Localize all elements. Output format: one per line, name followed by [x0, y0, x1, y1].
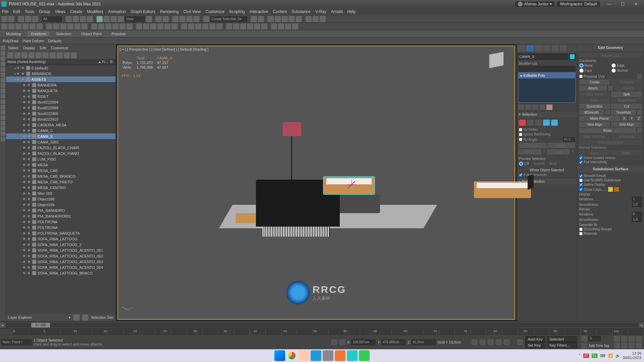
- tree-item[interactable]: Box8222898: [6, 105, 116, 111]
- preview-off-radio[interactable]: [519, 162, 523, 166]
- cage-color-2[interactable]: [614, 187, 619, 192]
- tree-item[interactable]: SOFA_RIBA_LATTOOG: [6, 236, 116, 242]
- quickslice-button[interactable]: QuickSlice: [579, 104, 610, 109]
- ribbon-tab-selection[interactable]: Selection: [53, 31, 74, 37]
- utilities-tab[interactable]: [560, 45, 567, 51]
- tree-item[interactable]: Box8222910: [6, 116, 116, 122]
- isoline-display-checkbox[interactable]: [579, 183, 583, 186]
- tool-button[interactable]: [112, 23, 118, 29]
- pin-stack-button[interactable]: [518, 105, 524, 110]
- make-planar-button[interactable]: Make Planar: [579, 116, 620, 121]
- menu-animation[interactable]: Animation: [108, 9, 126, 14]
- copy-button[interactable]: Copy: [579, 150, 610, 156]
- split-button[interactable]: Split: [611, 92, 642, 97]
- shrink-button[interactable]: Shrink: [519, 143, 546, 148]
- explorer-tool-button[interactable]: [14, 52, 20, 58]
- planar-y-button[interactable]: Y: [629, 116, 635, 121]
- object-color-swatch[interactable]: [570, 54, 575, 59]
- paste-button[interactable]: Paste: [611, 150, 642, 156]
- app-icon-3[interactable]: [335, 350, 345, 361]
- tree-item[interactable]: FAZIOLI_BLACK_CHAIR: [6, 145, 116, 150]
- placement-button[interactable]: [118, 16, 124, 22]
- tool-button[interactable]: [240, 23, 246, 29]
- constraint-face-radio[interactable]: [579, 68, 584, 73]
- setkey-button[interactable]: Set Key: [525, 342, 545, 348]
- maximize-button[interactable]: ☐: [616, 0, 629, 8]
- explorer-tool-button[interactable]: [29, 52, 35, 58]
- layer-dropdown-icon[interactable]: ▾: [69, 315, 71, 320]
- display-tab[interactable]: [551, 45, 559, 51]
- side-tool-button[interactable]: [1, 83, 5, 88]
- tool-button[interactable]: [37, 23, 43, 29]
- tool-button[interactable]: [233, 23, 239, 29]
- tree-item[interactable]: Box8222906: [6, 111, 116, 116]
- selection-rollout-header[interactable]: ▾Selection: [517, 111, 577, 117]
- side-tool-button[interactable]: [1, 121, 5, 125]
- tool-button[interactable]: [254, 23, 260, 29]
- explorer-icon[interactable]: [299, 350, 309, 361]
- tree-item[interactable]: POLTRONA_BANQUETA: [6, 230, 116, 236]
- tree-item[interactable]: POLTRONA: [6, 225, 116, 230]
- render-smoothness-spinner[interactable]: 1,0: [632, 217, 642, 222]
- tool-button[interactable]: [119, 23, 125, 29]
- tool-button[interactable]: [15, 23, 21, 29]
- view-cube[interactable]: [485, 49, 508, 73]
- key-filters-button[interactable]: Key Filters...: [547, 342, 577, 348]
- side-tool-button[interactable]: [1, 137, 5, 141]
- preserve-uvs-checkbox[interactable]: [579, 75, 583, 78]
- tree-item[interactable]: SOFA_RIBA_LATTOOG_ACENTO_001: [6, 247, 116, 253]
- render-iterations-spinner[interactable]: 0: [632, 212, 642, 217]
- close-button[interactable]: ✕: [629, 0, 643, 8]
- menu-views[interactable]: Views: [55, 9, 65, 14]
- tree-item[interactable]: ▸ARMARIOS: [6, 71, 116, 76]
- tool-button[interactable]: [188, 23, 194, 29]
- tool-button[interactable]: [136, 23, 142, 29]
- snap-button[interactable]: [172, 16, 178, 22]
- tree-item[interactable]: Object188: [6, 196, 116, 202]
- tool-button[interactable]: [209, 23, 215, 29]
- selection-filter-dropdown[interactable]: [42, 16, 62, 22]
- autokey-button[interactable]: Auto Key: [525, 336, 545, 342]
- col-frozen[interactable]: ▲ Fr...: [98, 60, 108, 64]
- time-ruler[interactable]: 0510152025303540455055606570758085909510…: [0, 328, 644, 335]
- msmooth-button[interactable]: MSmooth: [579, 110, 604, 115]
- tree-item[interactable]: PIA_BANHEIRO001: [6, 213, 116, 219]
- ring-button[interactable]: Ring: [519, 149, 541, 155]
- mirror-button[interactable]: [251, 16, 257, 22]
- edit-named-sel-button[interactable]: [203, 16, 209, 22]
- manipulate-button[interactable]: [156, 16, 162, 22]
- detach-button[interactable]: Detach: [614, 85, 642, 91]
- side-tool-button[interactable]: [1, 105, 5, 109]
- menu-edit[interactable]: Edit: [13, 9, 20, 14]
- tool-button[interactable]: [60, 23, 66, 29]
- create-tab[interactable]: [518, 45, 525, 51]
- polygon-mode-button[interactable]: [543, 120, 550, 126]
- view-align-button[interactable]: View Align: [579, 122, 610, 127]
- tree-item[interactable]: SOFA_RIBA_LATTOOG_ACENTO_002: [6, 253, 116, 259]
- use-center-button[interactable]: [146, 16, 152, 22]
- maxscript-input[interactable]: [1, 340, 32, 345]
- grow-button[interactable]: Grow: [547, 143, 575, 148]
- explorer-tool-button[interactable]: [43, 52, 49, 58]
- reset-plane-button[interactable]: Reset Plane: [611, 98, 642, 103]
- col-name[interactable]: Name (Sorted Ascending): [7, 60, 98, 64]
- key-mode-button[interactable]: [517, 339, 523, 345]
- language-icon[interactable]: ⌨: [600, 354, 605, 358]
- slice-plane-button[interactable]: Slice Plane: [579, 92, 610, 97]
- tree-item[interactable]: ▸0 (default): [6, 65, 116, 71]
- volume-icon[interactable]: 🔊: [615, 354, 620, 358]
- tree-item[interactable]: FAZIOLI_BLACK_PIANO: [6, 150, 116, 156]
- zoom-button[interactable]: [621, 336, 627, 342]
- display-iterations-spinner[interactable]: 1: [632, 197, 642, 201]
- time-next-button[interactable]: ▸: [639, 323, 644, 327]
- current-frame-input[interactable]: [589, 336, 601, 341]
- tool-button[interactable]: [30, 23, 36, 29]
- tree-item[interactable]: ▾ASSETS: [6, 76, 116, 82]
- repeat-last-button[interactable]: Repeat Last: [579, 53, 642, 58]
- tool-button[interactable]: [202, 23, 208, 29]
- ribbon-tab-modeling[interactable]: Modeling: [3, 31, 24, 37]
- preserve-uvs-settings[interactable]: [637, 74, 642, 79]
- full-interactivity-checkbox-2[interactable]: [579, 161, 583, 164]
- tree-item[interactable]: MESA: [6, 162, 116, 168]
- side-tool-button[interactable]: [1, 56, 5, 61]
